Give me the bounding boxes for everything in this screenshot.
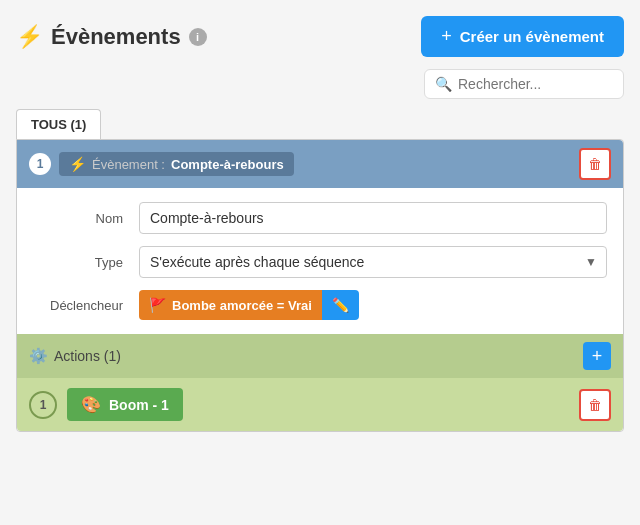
trigger-edit-button[interactable]: ✏️ xyxy=(322,290,359,320)
create-button-label: Créer un évènement xyxy=(460,28,604,45)
plus-icon: + xyxy=(441,26,452,47)
header: ⚡ Évènements i + Créer un évènement xyxy=(16,16,624,57)
create-event-button[interactable]: + Créer un évènement xyxy=(421,16,624,57)
palette-icon: 🎨 xyxy=(81,395,101,414)
action-item: 1 🎨 Boom - 1 🗑 xyxy=(17,378,623,431)
header-left: ⚡ Évènements i xyxy=(16,24,207,50)
event-name-label: Compte-à-rebours xyxy=(171,157,284,172)
delete-event-button[interactable]: 🗑 xyxy=(579,148,611,180)
search-row: 🔍 xyxy=(16,69,624,99)
trigger-text: Bombe amorcée = Vrai xyxy=(172,298,312,313)
action-number-badge: 1 xyxy=(29,391,57,419)
search-box: 🔍 xyxy=(424,69,624,99)
action-pill: 🎨 Boom - 1 xyxy=(67,388,183,421)
action-name: Boom - 1 xyxy=(109,397,169,413)
nom-input[interactable] xyxy=(139,202,607,234)
declencheur-label: Déclencheur xyxy=(33,298,123,313)
bolt-icon: ⚡ xyxy=(16,24,43,50)
tabs-row: TOUS (1) xyxy=(16,109,624,139)
page-title: Évènements xyxy=(51,24,181,50)
actions-label: Actions (1) xyxy=(54,348,121,364)
type-select[interactable]: S'exécute après chaque séquence xyxy=(139,246,607,278)
event-header-left: 1 ⚡ Évènement : Compte-à-rebours xyxy=(29,152,294,176)
info-icon[interactable]: i xyxy=(189,28,207,46)
search-input[interactable] xyxy=(458,76,613,92)
flag-icon: 🚩 xyxy=(149,297,166,313)
type-select-wrapper: S'exécute après chaque séquence ▼ xyxy=(139,246,607,278)
event-type-label: Évènement : xyxy=(92,157,165,172)
event-header: 1 ⚡ Évènement : Compte-à-rebours 🗑 xyxy=(17,140,623,188)
actions-section: ⚙️ Actions (1) + xyxy=(17,334,623,378)
event-fields: Nom Type S'exécute après chaque séquence… xyxy=(17,188,623,334)
declencheur-row: Déclencheur 🚩 Bombe amorcée = Vrai ✏️ xyxy=(33,290,607,320)
gear-icon: ⚙️ xyxy=(29,347,48,365)
trigger-pill: 🚩 Bombe amorcée = Vrai ✏️ xyxy=(139,290,359,320)
add-action-button[interactable]: + xyxy=(583,342,611,370)
trigger-flag: 🚩 Bombe amorcée = Vrai xyxy=(139,290,322,320)
event-bolt-icon: ⚡ xyxy=(69,156,86,172)
actions-left: ⚙️ Actions (1) xyxy=(29,347,121,365)
action-item-left: 1 🎨 Boom - 1 xyxy=(29,388,183,421)
event-number: 1 xyxy=(29,153,51,175)
event-card: 1 ⚡ Évènement : Compte-à-rebours 🗑 Nom T… xyxy=(16,139,624,432)
delete-action-button[interactable]: 🗑 xyxy=(579,389,611,421)
type-label: Type xyxy=(33,255,123,270)
type-row: Type S'exécute après chaque séquence ▼ xyxy=(33,246,607,278)
search-icon: 🔍 xyxy=(435,76,452,92)
nom-row: Nom xyxy=(33,202,607,234)
page-wrapper: ⚡ Évènements i + Créer un évènement 🔍 TO… xyxy=(0,0,640,448)
tab-tous[interactable]: TOUS (1) xyxy=(16,109,101,139)
event-label-tag: ⚡ Évènement : Compte-à-rebours xyxy=(59,152,294,176)
nom-label: Nom xyxy=(33,211,123,226)
